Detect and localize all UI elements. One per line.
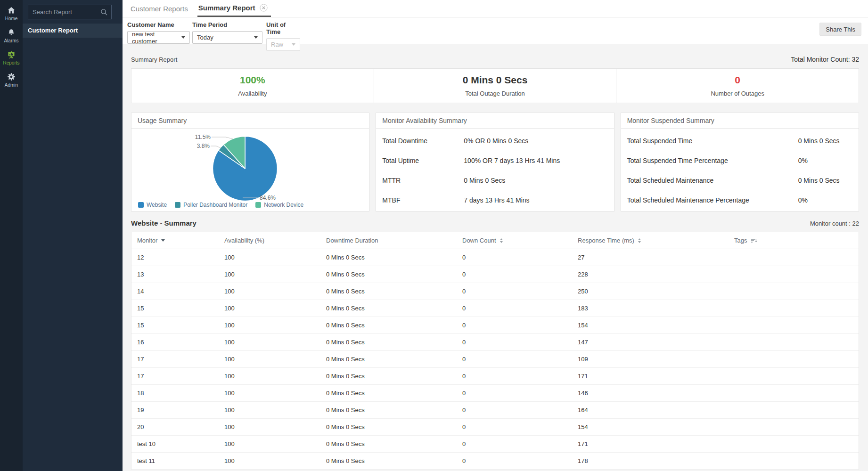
table-row[interactable]: 161000 Mins 0 Secs0147	[131, 334, 859, 351]
filter-customer-name: Customer Name new test customer	[127, 21, 190, 51]
stat-label: Availability	[238, 90, 267, 97]
kv-row-total-uptime: Total Uptime 100% OR 7 days 13 Hrs 41 Mi…	[382, 151, 607, 171]
legend-item-network-device[interactable]: Network Device	[255, 202, 303, 208]
table-row[interactable]: 151000 Mins 0 Secs0154	[131, 317, 859, 334]
table-header-row: Monitor Availability (%) Downtime Durati…	[131, 232, 859, 249]
search-input[interactable]	[28, 5, 112, 19]
table-row[interactable]: 171000 Mins 0 Secs0109	[131, 351, 859, 368]
table-row[interactable]: 121000 Mins 0 Secs027	[131, 249, 859, 266]
unit-of-time-dropdown: Raw	[266, 38, 300, 51]
kv-row-total-scheduled-maintenance: Total Scheduled Maintenance 0 Mins 0 Sec…	[627, 171, 852, 190]
sort-icon	[638, 238, 641, 243]
table-row[interactable]: 201000 Mins 0 Secs0154	[131, 419, 859, 436]
filter-label: Customer Name	[127, 21, 190, 28]
rail-item-reports[interactable]: Reports	[0, 47, 23, 69]
tab-summary-report[interactable]: Summary Report	[197, 0, 271, 17]
summary-stat-cards: 100% Availability 0 Mins 0 Secs Total Ou…	[131, 68, 859, 103]
pie-label-website: 84.6%	[260, 195, 276, 201]
usage-summary-panel: Usage Summary	[131, 113, 369, 211]
table-row[interactable]: test 111000 Mins 0 Secs0178	[131, 453, 859, 470]
rail-item-alarms[interactable]: Alarms	[0, 24, 23, 47]
share-this-button[interactable]: Share This	[819, 23, 861, 36]
report-search	[28, 5, 112, 19]
table-row[interactable]: 151000 Mins 0 Secs0183	[131, 300, 859, 317]
table-row[interactable]: 181000 Mins 0 Secs0146	[131, 385, 859, 402]
stat-total-outage-duration: 0 Mins 0 Secs Total Outage Duration	[374, 69, 616, 103]
stat-label: Number of Outages	[711, 90, 764, 97]
website-summary-head: Website - Summary Monitor count : 22	[131, 211, 859, 232]
pie-connector	[212, 137, 233, 139]
panel-title: Monitor Availability Summary	[376, 113, 614, 129]
table-row[interactable]: test 101000 Mins 0 Secs0171	[131, 436, 859, 453]
home-icon	[7, 6, 16, 15]
pie-label-poller: 3.8%	[197, 143, 210, 149]
icon-rail: Home Alarms Reports	[0, 0, 23, 471]
rail-item-label: Home	[5, 16, 18, 21]
filter-label: Time Period	[192, 21, 262, 28]
kv-row-total-downtime: Total Downtime 0% OR 0 Mins 0 Secs	[382, 131, 607, 151]
chevron-down-icon	[181, 36, 185, 39]
table-row[interactable]: 131000 Mins 0 Secs0228	[131, 266, 859, 283]
sort-desc-icon	[161, 239, 165, 242]
tab-customer-reports[interactable]: Customer Reports	[131, 0, 188, 17]
rail-item-admin[interactable]: Admin	[0, 69, 23, 91]
sidebar-item-customer-report[interactable]: Customer Report	[23, 24, 123, 38]
kv-row-mtbf: MTBF 7 days 13 Hrs 41 Mins	[382, 190, 607, 210]
panel-title: Usage Summary	[131, 113, 369, 129]
chevron-down-icon	[292, 43, 295, 46]
legend-swatch	[255, 202, 261, 208]
total-monitor-count: Total Monitor Count: 32	[791, 56, 859, 63]
kv-row-mttr: MTTR 0 Mins 0 Secs	[382, 171, 607, 190]
legend-item-poller-dashboard-monitor[interactable]: Poller Dashboard Monitor	[175, 202, 247, 208]
column-header-down-count[interactable]: Down Count	[457, 232, 572, 249]
pie-label-network-device: 11.5%	[195, 134, 211, 140]
filter-time-period: Time Period Today	[192, 21, 262, 51]
summary-section-title: Summary Report	[131, 56, 177, 63]
gear-icon	[7, 73, 16, 81]
table-row[interactable]: 171000 Mins 0 Secs0171	[131, 368, 859, 385]
column-header-availability[interactable]: Availability (%)	[219, 232, 320, 249]
reports-sidebar: Customer Report	[23, 0, 123, 471]
app-window: Home Alarms Reports	[0, 0, 868, 471]
stat-value: 0 Mins 0 Secs	[463, 74, 528, 86]
stat-availability: 100% Availability	[131, 69, 374, 103]
tags-filter-icon	[751, 238, 757, 244]
table-row[interactable]: 191000 Mins 0 Secs0164	[131, 402, 859, 419]
customer-name-dropdown[interactable]: new test customer	[127, 31, 190, 44]
kv-row-total-suspended-time-percentage: Total Suspended Time Percentage 0%	[627, 151, 852, 171]
legend-item-website[interactable]: Website	[138, 202, 167, 208]
rail-item-home[interactable]: Home	[0, 2, 23, 24]
stat-label: Total Outage Duration	[465, 90, 524, 97]
stat-value: 0	[735, 74, 740, 86]
usage-pie-chart: 11.5% 3.8% 84.6% Website Poller Das	[131, 129, 369, 211]
rail-item-label: Alarms	[4, 38, 18, 43]
monitor-suspended-summary-panel: Monitor Suspended Summary Total Suspende…	[621, 113, 859, 211]
column-header-downtime-duration[interactable]: Downtime Duration	[320, 232, 457, 249]
monitor-availability-summary-panel: Monitor Availability Summary Total Downt…	[376, 113, 614, 211]
column-header-response-time[interactable]: Response Time (ms)	[572, 232, 729, 249]
rail-item-label: Reports	[3, 60, 19, 65]
sort-icon	[500, 238, 503, 243]
topbar: Customer Reports Summary Report Customer…	[123, 0, 868, 44]
pie-connector	[211, 146, 221, 148]
pie-legend: Website Poller Dashboard Monitor Network…	[138, 202, 303, 208]
time-period-dropdown[interactable]: Today	[192, 31, 262, 44]
column-header-tags[interactable]: Tags	[729, 232, 859, 249]
bell-icon	[7, 28, 16, 37]
filter-label: Unit of Time	[266, 21, 300, 35]
close-tab-icon[interactable]	[260, 4, 268, 12]
reports-icon	[7, 50, 16, 59]
filters-row: Customer Name new test customer Time Per…	[123, 17, 868, 51]
summary-panels: Usage Summary	[131, 113, 859, 211]
main-area: Customer Reports Summary Report Customer…	[123, 0, 868, 471]
column-header-monitor[interactable]: Monitor	[131, 232, 219, 249]
table-row[interactable]: 141000 Mins 0 Secs0250	[131, 283, 859, 300]
website-summary-table: Monitor Availability (%) Downtime Durati…	[131, 232, 859, 470]
kv-row-total-suspended-time: Total Suspended Time 0 Mins 0 Secs	[627, 131, 852, 151]
rail-item-label: Admin	[5, 82, 18, 88]
search-icon[interactable]	[100, 8, 108, 16]
chevron-down-icon	[254, 36, 258, 39]
stat-number-of-outages: 0 Number of Outages	[616, 69, 859, 103]
legend-swatch	[175, 202, 180, 208]
report-tabs: Customer Reports Summary Report	[123, 0, 868, 17]
